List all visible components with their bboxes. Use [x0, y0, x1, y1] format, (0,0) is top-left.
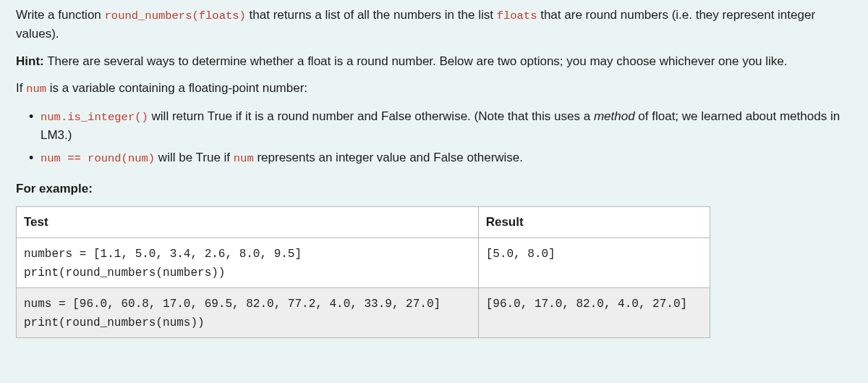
cell-result: [5.0, 8.0]	[478, 237, 710, 287]
intro-paragraph: Write a function round_numbers(floats) t…	[16, 6, 852, 43]
hint-label: Hint:	[16, 54, 44, 68]
bullet-2-post: represents an integer value and False ot…	[254, 151, 523, 164]
hint-text: There are several ways to determine whet…	[44, 54, 788, 68]
table-header-row: Test Result	[17, 207, 710, 238]
example-table: Test Result numbers = [1.1, 5.0, 3.4, 2.…	[16, 206, 710, 338]
if-line: If num is a variable containing a floati…	[16, 79, 852, 98]
test-code: nums = [96.0, 60.8, 17.0, 69.5, 82.0, 77…	[24, 298, 441, 329]
cell-result: [96.0, 17.0, 82.0, 4.0, 27.0]	[478, 287, 710, 337]
col-header-result: Result	[478, 207, 710, 238]
question-body: Write a function round_numbers(floats) t…	[0, 0, 868, 354]
table-row: nums = [96.0, 60.8, 17.0, 69.5, 82.0, 77…	[17, 287, 710, 337]
code-round-eq: num == round(num)	[41, 152, 155, 165]
bullet-2-mid: will be True if	[155, 151, 234, 164]
code-num: num	[26, 83, 46, 96]
code-is-integer: num.is_integer()	[41, 111, 148, 124]
if-pre: If	[16, 81, 26, 95]
code-num-2: num	[234, 152, 254, 165]
cell-test: nums = [96.0, 60.8, 17.0, 69.5, 82.0, 77…	[17, 287, 479, 337]
test-code: numbers = [1.1, 5.0, 3.4, 2.6, 8.0, 9.5]…	[24, 248, 302, 279]
bullet-1-text1: will return True if it is a round number…	[148, 109, 594, 123]
code-param-floats: floats	[497, 9, 537, 22]
hint-bullet-list: num.is_integer() will return True if it …	[16, 107, 852, 168]
example-label: For example:	[16, 180, 852, 198]
bullet-1-em: method	[594, 109, 635, 123]
result-code: [96.0, 17.0, 82.0, 4.0, 27.0]	[486, 298, 687, 311]
table-row: numbers = [1.1, 5.0, 3.4, 2.6, 8.0, 9.5]…	[17, 237, 710, 287]
intro-text-pre: Write a function	[16, 8, 105, 22]
bullet-2: num == round(num) will be True if num re…	[29, 148, 852, 167]
col-header-test: Test	[17, 207, 479, 238]
bullet-1: num.is_integer() will return True if it …	[29, 107, 852, 145]
result-code: [5.0, 8.0]	[486, 248, 556, 261]
if-post: is a variable containing a floating-poin…	[46, 81, 307, 95]
code-function-signature: round_numbers(floats)	[105, 9, 246, 22]
intro-text-mid: that returns a list of all the numbers i…	[246, 8, 497, 22]
hint-paragraph: Hint: There are several ways to determin…	[16, 52, 852, 71]
cell-test: numbers = [1.1, 5.0, 3.4, 2.6, 8.0, 9.5]…	[17, 237, 479, 287]
